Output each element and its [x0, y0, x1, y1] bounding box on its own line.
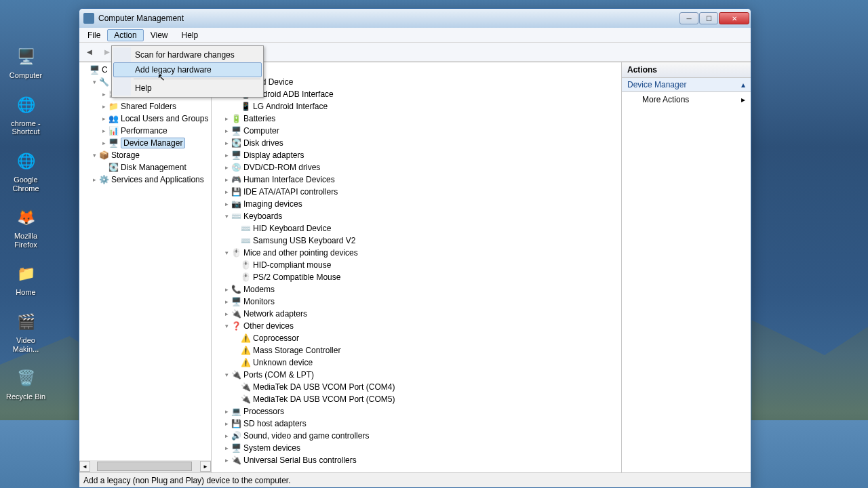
desktop-icon[interactable]: 🖥️Computer: [5, 44, 46, 80]
scroll-right-button[interactable]: ►: [200, 461, 211, 472]
expander-icon[interactable]: ▸: [222, 140, 231, 146]
device-root[interactable]: ▾🖥️PC: [212, 64, 621, 76]
device-category[interactable]: ▸💿DVD/CD-ROM drives: [212, 161, 621, 174]
expander-icon[interactable]: ▾: [222, 371, 231, 378]
device-icon: ⚠️: [240, 345, 251, 356]
device-category[interactable]: ▾🖱️Mice and other pointing devices: [212, 247, 621, 259]
device-category[interactable]: ▸🖥️System devices: [212, 442, 621, 454]
node-icon: ⚙️: [98, 174, 109, 185]
collapse-icon: ▴: [741, 80, 745, 89]
device-item[interactable]: 🖱️HID-compliant mouse: [212, 259, 621, 271]
expander-icon[interactable]: ▸: [222, 408, 231, 415]
expander-icon[interactable]: ▸: [100, 103, 108, 110]
device-item[interactable]: 🖱️PS/2 Compatible Mouse: [212, 271, 621, 283]
device-category[interactable]: ▸🎮Human Interface Devices: [212, 174, 621, 186]
expander-icon[interactable]: ▸: [100, 140, 108, 146]
device-item[interactable]: 📱Android ADB Interface: [212, 88, 621, 100]
device-category[interactable]: ▸🔌Universal Serial Bus controllers: [212, 454, 621, 466]
menu-action[interactable]: Action: [107, 29, 143, 41]
device-category[interactable]: ▸💾SD host adapters: [212, 418, 621, 430]
device-category[interactable]: ▸🖥️Monitors: [212, 296, 621, 308]
expander-icon[interactable]: ▸: [90, 176, 98, 183]
expander-icon[interactable]: ▸: [100, 91, 108, 98]
expander-icon[interactable]: ▸: [222, 298, 231, 305]
expander-icon[interactable]: ▾: [222, 213, 231, 220]
tree-item[interactable]: 💽Disk Management: [79, 161, 211, 174]
device-category[interactable]: ▸💽Disk drives: [212, 137, 621, 149]
expander-icon[interactable]: ▸: [222, 286, 231, 293]
device-item[interactable]: ⌨️HID Keyboard Device: [212, 222, 621, 235]
device-item[interactable]: ⚠️Coprocessor: [212, 332, 621, 344]
expander-icon[interactable]: ▾: [90, 79, 98, 85]
titlebar[interactable]: Computer Management ─ ☐ ✕: [79, 9, 751, 28]
device-icon: ⌨️: [240, 235, 251, 246]
expander-icon[interactable]: ▾: [222, 249, 231, 256]
desktop-icon[interactable]: 🗑️Recycle Bin: [5, 365, 46, 401]
tree-item-services[interactable]: ▸⚙️Services and Applications: [79, 174, 211, 186]
expander-icon[interactable]: ▸: [222, 432, 231, 439]
device-category[interactable]: ▸🔋Batteries: [212, 113, 621, 125]
device-item[interactable]: ⚠️Mass Storage Controller: [212, 344, 621, 357]
desktop-icon[interactable]: 🦊Mozilla Firefox: [5, 205, 46, 249]
device-item[interactable]: ⌨️Samsung USB Keyboard V2: [212, 235, 621, 247]
device-category[interactable]: ▸💾IDE ATA/ATAPI controllers: [212, 186, 621, 198]
expander-icon[interactable]: ▸: [100, 115, 108, 122]
expander-icon[interactable]: ▸: [222, 164, 231, 171]
device-item[interactable]: 📱LG Android Interface: [212, 100, 621, 113]
actions-header: Actions: [622, 62, 751, 78]
device-item[interactable]: 🔌MediaTek DA USB VCOM Port (COM4): [212, 381, 621, 393]
device-category[interactable]: ▸🔊Sound, video and game controllers: [212, 430, 621, 442]
device-category[interactable]: ▸🖥️Computer: [212, 125, 621, 137]
expander-icon[interactable]: ▸: [222, 420, 231, 427]
menu-file[interactable]: File: [81, 29, 107, 41]
expander-icon[interactable]: ▸: [222, 127, 231, 134]
more-actions-item[interactable]: More Actions ▸: [622, 92, 751, 107]
device-category[interactable]: ▸📷Imaging devices: [212, 198, 621, 210]
device-category[interactable]: ▸🔌Network adapters: [212, 308, 621, 320]
device-icon: 🔋: [231, 113, 241, 124]
expander-icon[interactable]: ▸: [222, 457, 231, 464]
desktop-icon[interactable]: 🌐Google Chrome: [5, 148, 46, 192]
tree-item-device-manager[interactable]: ▸🖥️Device Manager: [79, 137, 211, 149]
back-button[interactable]: ◄: [82, 45, 97, 60]
tree-item-local-users-and-groups[interactable]: ▸👥Local Users and Groups: [79, 113, 211, 125]
device-icon: ⌨️: [240, 223, 251, 234]
expander-icon[interactable]: ▸: [222, 115, 231, 122]
device-category[interactable]: ▸💻Processors: [212, 405, 621, 418]
expander-icon[interactable]: ▸: [222, 201, 231, 207]
menu-help[interactable]: Help: [175, 29, 205, 41]
device-item[interactable]: ▾📱ndroid Device: [212, 76, 621, 88]
device-category[interactable]: ▸📞Modems: [212, 283, 621, 296]
desktop-icon[interactable]: 🌐chrome - Shortcut: [5, 92, 46, 136]
tree-item-shared-folders[interactable]: ▸📁Shared Folders: [79, 100, 211, 113]
expander-icon[interactable]: ▸: [222, 310, 231, 317]
expander-icon[interactable]: ▾: [222, 323, 231, 329]
expander-icon[interactable]: ▸: [222, 445, 231, 451]
expander-icon[interactable]: ▸: [222, 176, 231, 183]
tree-item-storage[interactable]: ▾📦Storage: [79, 149, 211, 161]
desktop-icon[interactable]: 🎬Video Makin...: [5, 309, 46, 353]
scroll-left-button[interactable]: ◄: [79, 461, 90, 472]
menu-view[interactable]: View: [144, 29, 175, 41]
device-category[interactable]: ▾🔌Ports (COM & LPT): [212, 369, 621, 381]
menu-item-help[interactable]: Help: [113, 81, 262, 96]
minimize-button[interactable]: ─: [679, 12, 698, 24]
close-button[interactable]: ✕: [719, 12, 749, 24]
menu-item[interactable]: Add legacy hardware: [113, 62, 262, 77]
actions-section[interactable]: Device Manager ▴: [622, 78, 751, 92]
device-category[interactable]: ▸🖥️Display adapters: [212, 149, 621, 161]
device-category[interactable]: ▾❓Other devices: [212, 320, 621, 332]
maximize-button[interactable]: ☐: [699, 12, 718, 24]
scroll-thumb[interactable]: [97, 462, 192, 471]
expander-icon[interactable]: ▸: [100, 127, 108, 134]
tree-item-performance[interactable]: ▸📊Performance: [79, 125, 211, 137]
desktop-icon[interactable]: 📁Home: [5, 261, 46, 297]
expander-icon[interactable]: ▸: [222, 188, 231, 195]
expander-icon[interactable]: ▸: [222, 152, 231, 159]
icon-label: Mozilla Firefox: [5, 232, 46, 249]
menu-item[interactable]: Scan for hardware changes: [113, 47, 262, 62]
device-item[interactable]: ⚠️Unknown device: [212, 357, 621, 369]
expander-icon[interactable]: ▾: [90, 152, 98, 159]
device-item[interactable]: 🔌MediaTek DA USB VCOM Port (COM5): [212, 393, 621, 405]
device-category[interactable]: ▾⌨️Keyboards: [212, 210, 621, 222]
